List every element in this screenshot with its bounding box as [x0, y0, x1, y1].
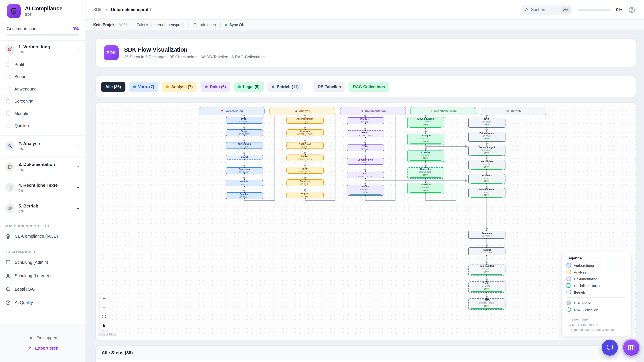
chat-button[interactable] — [602, 340, 618, 356]
package-header-betrieb[interactable]: Betrieb — [481, 107, 546, 115]
flow-node-pflichten[interactable]: PflichtenCP-OBL * — [347, 117, 384, 124]
node-label: Academy — [482, 232, 492, 235]
flow-node-academy[interactable]: AcademyCP-ACAD * — [468, 231, 505, 239]
sidebar-item-schulung-learner-[interactable]: Schulung (Learner) — [0, 269, 86, 282]
target-icon — [221, 109, 224, 112]
flow-node-anwendung[interactable]: AnwendungCP-UC * — [226, 142, 263, 149]
node-label: Anforderungen — [296, 118, 313, 120]
flow-node-profil[interactable]: ProfilCP-PROF * — [226, 117, 263, 123]
flow-node-quellen[interactable]: QuellenCP-SPOL * — [226, 192, 263, 199]
filter-chip-doku-6-[interactable]: Doku (6) — [200, 82, 230, 92]
flow-node-screening[interactable]: ScreeningCP-SCAN * — [226, 167, 263, 174]
sidebar-section-header-2[interactable]: 2. Analyse0% — [0, 136, 86, 156]
sidebar-section-header-3[interactable]: 3. Dokumentation0% — [0, 156, 86, 177]
flow-node-checklist[interactable]: ChecklistCP-CHK ~ — [286, 179, 324, 186]
status-version: V001 — [119, 23, 128, 27]
node-progress-value: 100% — [484, 180, 489, 183]
flow-node-notfallplan[interactable]: NotfallplanCP-NOTF *100% — [468, 160, 505, 170]
kanban-view-button[interactable] — [623, 340, 639, 356]
zoom-out-button[interactable]: − — [100, 303, 109, 312]
export-button[interactable]: Exportieren — [27, 346, 58, 351]
node-label: Module — [240, 180, 248, 183]
flow-node-import[interactable]: Import — [226, 155, 263, 160]
flow-node-report[interactable]: ReportCP-AREP * — [286, 192, 324, 198]
flow-node-quality[interactable]: QualityCP-QUAL ~100% — [468, 281, 505, 293]
sidebar-item-profil[interactable]: Profil — [0, 58, 86, 71]
flow-node-workflow[interactable]: WorkflowCP-WRKF *100% — [407, 183, 444, 194]
sidebar-item-label: Schulung (Admin) — [15, 260, 48, 265]
sidebar-item-anwendung[interactable]: Anwendung — [0, 83, 86, 95]
flow-node-ai-act[interactable]: AI ActCP-AI * [LEGAL] — [286, 167, 324, 174]
sidebar-item-ce-compliance-iace-[interactable]: CE-Compliance (IACE) — [0, 229, 86, 243]
flow-node-module[interactable]: ModuleCP-MOD * — [226, 180, 263, 186]
flow-canvas[interactable]: LegendeVorbereitungAnalyseDokumentationR… — [95, 102, 636, 340]
fit-view-button[interactable] — [100, 312, 109, 321]
flow-node-cookies[interactable]: CookiesCP-COOK *100% — [407, 150, 444, 162]
flow-node-anforderungen[interactable]: AnforderungenCP-REQ * — [286, 117, 324, 124]
flow-node-controls[interactable]: ControlsCP-CTRL * [DSB] — [286, 129, 324, 136]
flow-node-incidents[interactable]: IncidentsCP-INC *100% — [468, 174, 505, 184]
flow-node-generator[interactable]: GeneratorCP-DOCGEN ~100% — [407, 167, 444, 179]
flow-node-eskalationen[interactable]: EskalationenCP-ESC *100% — [468, 132, 505, 142]
flow-node-vorlagen[interactable]: VorlagenCP-DOC *100% — [407, 134, 444, 145]
sidebar-section-header-1[interactable]: 1. Vorbereitung0% — [0, 40, 86, 58]
flow-node-vvt[interactable]: VVTCP-VVT * [DSB] — [347, 172, 384, 178]
flow-header-card: SDK SDK Flow Visualization 36 Steps in 5… — [95, 38, 636, 67]
flow-node-scope[interactable]: ScopeCP-SCOPE * — [226, 129, 263, 136]
sidebar-item-module[interactable]: Module — [0, 107, 86, 120]
legend-row-rechtliche-texte: Rechtliche Texte — [566, 283, 626, 288]
node-label: Training — [482, 249, 491, 252]
sidebar-item-ai-quality[interactable]: AI Quality — [0, 296, 86, 309]
legend-divider — [566, 315, 626, 315]
clipboard-icon — [8, 164, 12, 169]
node-label: Cookies — [421, 151, 430, 154]
flow-node-dsr[interactable]: DSRCP-DSR *100% — [468, 118, 505, 128]
sidebar-footer: Einklappen Exportieren — [0, 324, 86, 362]
zoom-in-button[interactable]: + — [100, 294, 109, 303]
sidebar-section-header-4[interactable]: 4. Rechtliche Texte0% — [0, 177, 86, 198]
package-header-analyse[interactable]: Analyse — [269, 107, 335, 115]
node-label: Quality — [483, 282, 490, 285]
filter-chip-legal-5-[interactable]: Legal (5) — [234, 82, 264, 92]
topbar-progress-value: 0% — [616, 7, 622, 12]
flow-node-einwilligungen[interactable]: EinwilligungenCP-CONS *100% — [407, 117, 444, 128]
lock-button[interactable] — [100, 321, 109, 330]
node-progress-value: 100% — [484, 271, 489, 273]
flow-node-dsfa[interactable]: DSFACP-DSFA * [DSB] — [347, 130, 384, 137]
node-progress-value: 100% — [484, 166, 489, 168]
legend-swatch — [566, 263, 571, 268]
filter-chip-db-tabellen[interactable]: DB-Tabellen — [313, 82, 345, 92]
sidebar-item-schulung-admin-[interactable]: Schulung (Admin) — [0, 256, 86, 269]
node-progress-bar — [471, 274, 502, 275]
filter-chip-rag-collections[interactable]: RAG-Collections — [349, 82, 390, 92]
flow-node-consent-mgmt[interactable]: Consent MgmtCP-CMGMT *100% — [468, 146, 505, 156]
flow-node-loeschfristen[interactable]: LoeschfristenCP-RET * — [347, 158, 384, 165]
collapse-sidebar-button[interactable]: Einklappen — [28, 335, 57, 340]
flow-node-training[interactable]: TrainingCP-TRAIN * — [468, 247, 505, 255]
breadcrumb-root[interactable]: SDK — [93, 7, 102, 12]
flow-node-whistleblower[interactable]: WhistleblowerCP-WB *100% — [468, 188, 505, 198]
sidebar-section-header-5[interactable]: 5. Betrieb0% — [0, 198, 86, 218]
filter-chip-alle-36-[interactable]: Alle (36) — [101, 82, 125, 92]
node-code: CP-ACAD * — [482, 235, 492, 237]
package-header-rechtliche-texte[interactable]: Rechtliche Texte — [410, 107, 476, 115]
flow-node-isms[interactable]: ISMSCP-ISMS ~ [DSB]100% — [468, 298, 505, 310]
flow-node-risiken[interactable]: RisikenCP-RISK * [DSB] — [286, 155, 324, 161]
status-time: Gerade eben — [193, 23, 216, 27]
flow-node-nachweise[interactable]: NachweiseCP-EVI ~ — [286, 142, 324, 149]
node-progress-value: 100% — [484, 305, 489, 307]
flow-node-sec-backlog[interactable]: Sec-BacklogCP-SEC ~100% — [468, 264, 505, 276]
sidebar-item-scope[interactable]: Scope — [0, 71, 86, 83]
filter-chip-analyse-7-[interactable]: Analyse (7) — [162, 82, 197, 92]
filter-chip-vorb-7-[interactable]: Vorb. (7) — [129, 82, 158, 92]
package-header-dokumentation[interactable]: Dokumentation — [340, 107, 406, 115]
package-header-vorbereitung[interactable]: Vorbereitung — [199, 107, 265, 115]
flow-node-vendor[interactable]: VendorCP-VEND *100% — [347, 185, 384, 196]
help-icon[interactable] — [628, 6, 635, 13]
sidebar-item-quellen[interactable]: Quellen — [0, 120, 86, 132]
filter-chip-betrieb-11-[interactable]: Betrieb (11) — [267, 82, 303, 92]
sidebar-item-screening[interactable]: Screening — [0, 95, 86, 107]
flow-node-toms[interactable]: TOMsCP-TOM * — [347, 144, 384, 151]
search-input[interactable]: Suchen... ⌘K — [521, 5, 572, 15]
sidebar-item-legal-rag[interactable]: Legal RAG — [0, 282, 86, 296]
